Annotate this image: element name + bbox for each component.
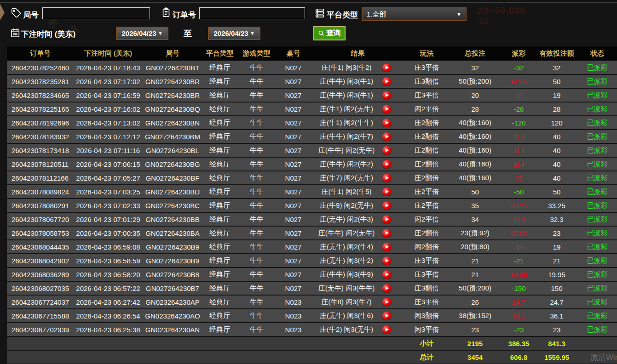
play-replay-icon[interactable] xyxy=(382,105,391,114)
query-button[interactable]: 查询 xyxy=(313,26,346,40)
platform-type-select[interactable]: 1.全部 ▼ xyxy=(362,7,467,21)
play-replay-icon[interactable] xyxy=(382,188,391,196)
column-header: 结果 xyxy=(311,49,405,58)
cell-platform-type: 经典厅 xyxy=(202,174,237,182)
play-replay-icon[interactable] xyxy=(382,91,391,100)
cell-total-bet: 20(预:80) xyxy=(449,243,502,251)
cell-payout: -50 xyxy=(502,188,536,196)
play-replay-icon[interactable] xyxy=(382,146,391,155)
cell-game-type: 牛牛 xyxy=(237,105,276,114)
cell-order-no: 260423067702939 xyxy=(7,326,74,334)
table-row: 2604230780898242026-04-23 07:03:25GN0272… xyxy=(7,185,617,198)
cell-order-no: 260423067724037 xyxy=(7,298,74,306)
chevron-down-icon: ▼ xyxy=(250,31,255,36)
cell-bet-time: 2026-04-23 07:00:35 xyxy=(74,229,143,237)
column-header: 玩法 xyxy=(405,49,449,58)
cell-payout: 32.3 xyxy=(502,216,536,223)
cell-payout: 24.7 xyxy=(502,298,536,306)
play-replay-icon[interactable] xyxy=(382,77,391,86)
play-replay-icon[interactable] xyxy=(382,256,391,265)
column-header: 状态 xyxy=(577,49,617,58)
subtotal-payout: 386.35 xyxy=(502,340,536,347)
play-replay-icon[interactable] xyxy=(382,270,391,279)
cell-game-type: 牛牛 xyxy=(237,215,276,224)
cell-order-no: 260423068042902 xyxy=(7,257,74,265)
cell-game-type: 牛牛 xyxy=(237,284,276,293)
cell-bet-time: 2026-04-23 07:12:12 xyxy=(74,133,143,141)
cell-game-type: 牛牛 xyxy=(237,298,276,307)
play-replay-icon[interactable] xyxy=(382,243,391,251)
play-replay-icon[interactable] xyxy=(382,298,391,307)
play-replay-icon[interactable] xyxy=(382,132,391,141)
table-row: 2604230680444352026-04-23 06:59:08GN0272… xyxy=(7,240,617,253)
cell-game-type: 牛牛 xyxy=(237,229,276,238)
play-replay-icon[interactable] xyxy=(382,229,391,238)
cell-valid-bet: 23 xyxy=(536,326,577,334)
cell-total-bet: 21 xyxy=(449,257,502,265)
cell-round-no: GN027264230B9 xyxy=(143,243,202,251)
cell-bet-time: 2026-04-23 07:03:25 xyxy=(74,188,143,196)
cell-table-no: N027 xyxy=(276,133,311,141)
table-row: 2604230781839322026-04-23 07:12:12GN0272… xyxy=(7,130,617,143)
cell-valid-bet: 21 xyxy=(536,257,577,265)
cell-game-type: 牛牛 xyxy=(237,270,276,279)
table-row: 2604230780802912026-04-23 07:02:33GN0272… xyxy=(7,199,617,212)
cell-payout: 65.55 xyxy=(502,229,536,237)
table-row: 2604230680270352026-04-23 06:57:22GN0272… xyxy=(7,282,617,295)
cell-play-type: 庄2翻倍 xyxy=(405,132,449,141)
status-badge: 已派彩 xyxy=(577,188,617,196)
cell-platform-type: 经典厅 xyxy=(202,312,237,320)
cell-order-no: 260423078234665 xyxy=(7,91,74,99)
play-replay-icon[interactable] xyxy=(382,174,391,182)
cell-table-no: N023 xyxy=(276,312,311,320)
play-replay-icon[interactable] xyxy=(382,160,391,169)
cell-payout: 142.5 xyxy=(502,78,536,85)
platform-type-label: 平台类型 xyxy=(327,10,358,20)
table-row: 2604230781734182026-04-23 07:11:16GN0272… xyxy=(7,144,617,157)
cell-valid-bet: 28 xyxy=(536,105,577,113)
result-text: 庄(牛8) 闲3(牛7) xyxy=(311,298,382,307)
play-replay-icon[interactable] xyxy=(382,63,391,72)
cell-table-no: N027 xyxy=(276,284,311,292)
cell-order-no: 260423078235281 xyxy=(7,78,74,85)
play-replay-icon[interactable] xyxy=(382,215,391,224)
cell-table-no: N027 xyxy=(276,91,311,99)
cell-payout: 19.95 xyxy=(502,271,536,279)
cell-game-type: 牛牛 xyxy=(237,188,276,196)
cell-play-type: 庄2翻倍 xyxy=(405,229,449,238)
clipboard-icon xyxy=(161,7,171,17)
cell-game-type: 牛牛 xyxy=(237,256,276,265)
play-replay-icon[interactable] xyxy=(382,119,391,127)
result-text: 庄(牛1) 闲2(无牛) xyxy=(311,105,382,114)
date-to-picker[interactable]: 2026/04/23 ▼ xyxy=(208,27,260,40)
table-body: 2604230782524602026-04-23 07:18:43GN0272… xyxy=(7,61,617,336)
cell-play-type: 闲3平倍 xyxy=(405,325,449,334)
status-badge: 已派彩 xyxy=(577,63,617,72)
order-no-input[interactable] xyxy=(199,7,305,19)
play-replay-icon[interactable] xyxy=(382,325,391,334)
play-replay-icon[interactable] xyxy=(382,312,391,320)
cell-payout: -28 xyxy=(502,105,536,113)
cell-valid-bet: 50 xyxy=(536,188,577,196)
cell-total-bet: 40(预:160) xyxy=(449,174,502,182)
play-replay-icon[interactable] xyxy=(382,201,391,210)
cell-game-type: 牛牛 xyxy=(237,325,276,334)
result-text: 庄(牛2) 闲3(无牛) xyxy=(311,325,382,334)
result-text: 庄(牛牛) 闲2(无牛) xyxy=(311,229,382,238)
round-no-input[interactable] xyxy=(42,7,150,19)
table-row: 2604230782524602026-04-23 07:18:43GN0272… xyxy=(7,61,617,74)
cell-game-type: 牛牛 xyxy=(237,243,276,251)
cell-result: 庄(无牛) 闲3(牛6) xyxy=(311,312,405,320)
cell-play-type: 庄2翻倍 xyxy=(405,119,449,127)
result-text: 庄(牛牛) 闲2(牛2) xyxy=(311,160,382,169)
cell-platform-type: 经典厅 xyxy=(202,284,237,293)
cell-valid-bet: 40 xyxy=(536,174,577,182)
cell-valid-bet: 120 xyxy=(536,119,577,127)
play-replay-icon[interactable] xyxy=(382,284,391,293)
table-row: 2604230781121662026-04-23 07:05:27GN0272… xyxy=(7,171,617,184)
result-text: 庄(无牛) 闲3(牛牛) xyxy=(311,284,382,293)
cell-payout: 76 xyxy=(502,174,536,182)
date-to-value: 2026/04/23 xyxy=(214,29,248,37)
date-from-picker[interactable]: 2026/04/23 ▼ xyxy=(116,27,168,40)
cell-table-no: N027 xyxy=(276,119,311,127)
